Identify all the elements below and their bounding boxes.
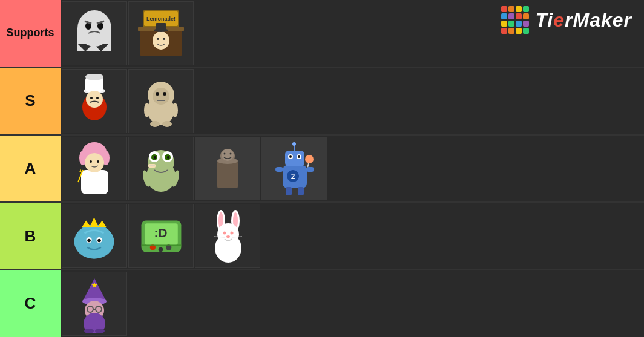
- robot-character: 2: [270, 144, 318, 192]
- logo-cell: [508, 28, 514, 34]
- svg-point-81: [87, 239, 91, 243]
- tier-label-a: A: [0, 136, 61, 202]
- logo-cell: [523, 21, 529, 27]
- svg-rect-14: [156, 23, 166, 31]
- svg-text::D: :D: [154, 226, 168, 240]
- logo-cell: [516, 13, 522, 19]
- lemonade-character: Lemonade!: [137, 9, 185, 57]
- tier-row-a: A: [0, 136, 644, 203]
- tier-item-shyguy[interactable]: [128, 69, 194, 133]
- tier-item-lemonade[interactable]: Lemonade!: [128, 1, 194, 65]
- svg-rect-76: [306, 167, 314, 172]
- svg-point-32: [150, 121, 160, 127]
- svg-point-67: [289, 155, 292, 158]
- tier-item-wizard[interactable]: [62, 272, 127, 336]
- logo-cell: [501, 13, 507, 19]
- svg-point-82: [97, 239, 101, 243]
- tier-item-chef[interactable]: [62, 69, 127, 133]
- logo-cell: [508, 6, 514, 12]
- logo-grid: [501, 6, 529, 34]
- chef-svg: [72, 74, 117, 128]
- tier-item-gamedevice[interactable]: :D: [128, 204, 194, 268]
- tier-item-slime[interactable]: [62, 204, 127, 268]
- lemonade-svg: Lemonade!: [137, 7, 185, 59]
- tier-label-b: B: [0, 203, 61, 269]
- svg-point-21: [86, 91, 103, 108]
- logo-cell: [501, 6, 507, 12]
- logo-cell: [516, 6, 522, 12]
- tier-item-cup[interactable]: [195, 137, 260, 201]
- svg-point-22: [90, 97, 93, 99]
- shyguy-character: [137, 77, 185, 125]
- svg-point-31: [172, 103, 178, 117]
- logo-cell: [523, 6, 529, 12]
- svg-point-49: [154, 156, 156, 159]
- svg-point-97: [230, 232, 233, 235]
- shyguy-svg: [139, 74, 184, 128]
- svg-point-39: [90, 160, 92, 163]
- robot-svg: 2: [272, 140, 317, 197]
- svg-point-98: [226, 235, 230, 238]
- svg-rect-73: [286, 187, 292, 195]
- tier-item-robot[interactable]: 2: [261, 137, 327, 201]
- logo-cell: [501, 21, 507, 27]
- svg-point-70: [305, 155, 314, 163]
- tiermaker-app: TierMaker Supports: [0, 0, 644, 337]
- ghost-character: [70, 9, 119, 57]
- tier-items-a: 2: [61, 136, 644, 202]
- slime-character: [70, 212, 119, 260]
- svg-rect-64: [285, 151, 304, 166]
- logo-cell: [516, 28, 522, 34]
- gamedevice-svg: :D: [137, 211, 185, 262]
- tier-item-ghost[interactable]: [62, 1, 127, 65]
- svg-rect-34: [81, 170, 108, 194]
- tier-items-b: :D: [61, 203, 644, 269]
- cup-svg: [206, 143, 249, 194]
- svg-point-38: [85, 153, 104, 172]
- svg-point-50: [167, 156, 169, 159]
- chef-character: [70, 77, 119, 125]
- svg-marker-78: [82, 217, 107, 227]
- gamedevice-character: :D: [137, 212, 185, 260]
- svg-point-33: [162, 121, 172, 127]
- tier-item-bunny[interactable]: [195, 204, 260, 268]
- doctor-svg: [72, 140, 117, 197]
- slime-svg: [70, 209, 119, 263]
- header: TierMaker: [501, 6, 632, 34]
- wizard-svg: [72, 275, 117, 333]
- svg-point-40: [97, 160, 99, 163]
- svg-point-60: [230, 152, 232, 154]
- svg-point-16: [163, 38, 165, 40]
- svg-point-27: [156, 92, 159, 96]
- doctor-character: [70, 144, 119, 192]
- svg-point-95: [217, 223, 239, 245]
- svg-rect-74: [298, 187, 304, 195]
- tier-item-doctor[interactable]: [62, 137, 127, 201]
- logo-cell: [508, 21, 514, 27]
- tier-items-c: [61, 270, 353, 337]
- svg-point-23: [96, 97, 99, 99]
- tier-row-b: B: [0, 203, 644, 270]
- svg-point-59: [224, 152, 226, 154]
- tiers-wrapper: Supports: [0, 0, 644, 337]
- app-title: TierMaker: [535, 9, 632, 31]
- tier-item-frog[interactable]: [128, 137, 194, 201]
- bunny-character: [203, 212, 252, 260]
- svg-rect-75: [275, 167, 283, 172]
- remaining-area-c: [353, 270, 644, 337]
- tier-items-s: [61, 68, 644, 134]
- logo-cell: [523, 28, 529, 34]
- svg-point-58: [222, 149, 234, 161]
- svg-rect-55: [217, 161, 238, 188]
- logo-cell: [516, 21, 522, 27]
- svg-point-72: [292, 142, 296, 146]
- tier-label-s: S: [0, 68, 61, 134]
- logo-cell: [501, 28, 507, 34]
- tier-row-s: S: [0, 68, 644, 136]
- logo-cell: [508, 13, 514, 19]
- svg-rect-1: [77, 28, 111, 44]
- tier-row-c: C: [0, 270, 644, 337]
- svg-point-15: [157, 38, 159, 40]
- wizard-character: [70, 280, 119, 328]
- svg-point-12: [153, 31, 169, 50]
